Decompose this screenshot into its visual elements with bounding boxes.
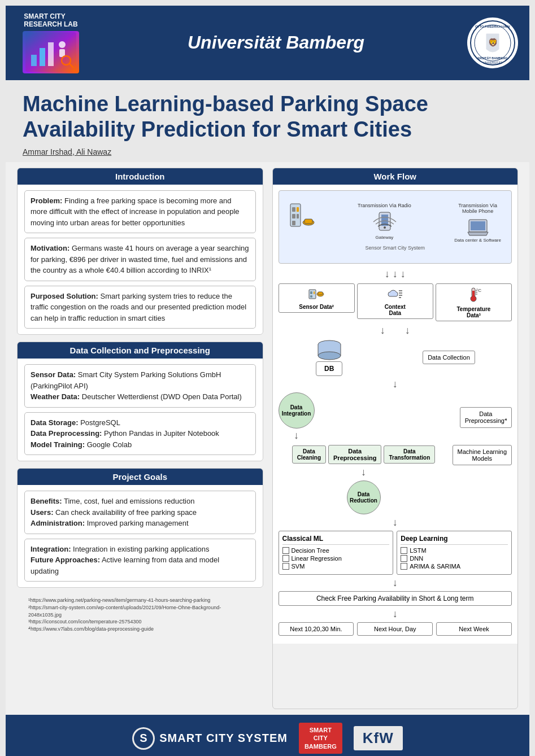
arrow-8: ↓ [279, 608, 512, 620]
arrow-3: ↓ [279, 378, 512, 390]
svg-point-24 [384, 226, 386, 229]
workflow-content: Transmission Via Radio [273, 185, 518, 644]
sensor-icon [281, 286, 352, 303]
fn2: ²https://smart-city-system.com/wp-conten… [28, 604, 252, 618]
data-cleaning-box: Data Cleaning [292, 445, 326, 464]
system-label: Sensor Smart City System [365, 245, 425, 251]
footer-scs-text: SMART CITY SYSTEM [159, 732, 288, 745]
temperature-data-box: °C Temperature Data³ [436, 283, 512, 321]
gateway-label: Gateway [376, 235, 394, 240]
svg-rect-2 [40, 48, 45, 66]
data-collection-content: Sensor Data: Smart City System Parking S… [18, 359, 263, 461]
fn4: ⁴https://www.v7labs.com/blog/data-prepro… [28, 626, 252, 633]
db-label: DB [316, 361, 342, 376]
dc-block1: Sensor Data: Smart City System Parking S… [24, 364, 256, 408]
db-area: DB [315, 339, 343, 376]
dt-label: Decision Tree [292, 547, 329, 554]
dc-block2-label3: Model Training: [31, 440, 85, 449]
left-column: Introduction Problem: Finding a free par… [17, 168, 263, 709]
data-collection-header: Data Collection and Preprocessing [18, 342, 263, 359]
mobile-label: Transmission Via Mobile Phone [458, 203, 497, 214]
svg-rect-32 [318, 292, 323, 295]
lab-logo: SMART CITY RESEARCH LAB [17, 12, 85, 73]
svg-text:UNIVERSITÄT: UNIVERSITÄT [483, 61, 502, 64]
db-row: DB Data Collection [279, 339, 512, 376]
arima-label: ARIMA & SARIMA [410, 563, 460, 570]
bamberg-line3: BAMBERG [305, 742, 337, 750]
pred-results-row: Next 10,20,30 Min. Next Hour, Day Next W… [279, 622, 512, 636]
pg-block1-text3: Improved parking management [85, 519, 189, 527]
deep-ml-item-1: LSTM [401, 547, 508, 554]
ml-models-row: Classical ML Decision Tree Linear Regres… [279, 531, 512, 575]
svg-rect-30 [310, 295, 312, 298]
mobile-device: Transmission Via Mobile Phone Data cente… [454, 203, 501, 243]
dc-block1-label1: Sensor Data: [31, 370, 76, 379]
data-collection-label: Data Collection [423, 351, 475, 364]
footer-kfw-box: KfW [354, 726, 403, 750]
deep-learning-box: Deep Learning LSTM DNN ARI [397, 531, 512, 575]
footer-bamberg-box: SMART CITY BAMBERG [299, 723, 342, 754]
lab-graphic [23, 31, 79, 73]
dnn-checkbox [401, 555, 407, 562]
intro-block1: Problem: Finding a free parking space is… [24, 190, 256, 234]
workflow-section: Work Flow [272, 168, 519, 709]
datacenter-label: Data center & Software [454, 238, 501, 243]
arrow-4: ↓ [294, 430, 299, 442]
footnotes: ¹https://www.parking.net/parking-news/it… [17, 595, 263, 636]
context-data-label: Context Data [360, 304, 430, 316]
iot-diagram: Transmission Via Radio [279, 190, 512, 264]
temperature-icon: °C [438, 286, 509, 305]
authors: Ammar Irshad, Ali Nawaz [23, 147, 512, 156]
result-short1: Next 10,20,30 Min. [279, 622, 354, 636]
footer-scs: S SMART CITY SYSTEM [132, 727, 288, 750]
university-seal: OTTO-FRIEDRICH-UNIV ERSITÄT BAMBERG 🦁 UN… [467, 18, 518, 68]
deep-ml-item-3: ARIMA & SARIMA [401, 563, 508, 570]
project-goals-content: Benefits: Time, cost, fuel and emissions… [18, 485, 263, 587]
lstm-label: LSTM [410, 547, 426, 554]
pg-block2-label1: Integration: [31, 545, 71, 553]
dnn-label: DNN [410, 555, 423, 562]
poster-title: Machine Learning-based Parking Space Ava… [23, 91, 512, 143]
pg-block2-text1: Integration in existing parking applicat… [71, 545, 210, 553]
svg-text:ERSITÄT BAMBERG: ERSITÄT BAMBERG [477, 56, 507, 60]
temperature-data-label: Temperature Data³ [438, 306, 509, 318]
university-title-area: Universität Bamberg [96, 32, 456, 53]
data-reduction-circle: Data Reduction [347, 480, 381, 514]
svg-rect-29 [314, 291, 315, 294]
deep-ml-item-2: DNN [401, 555, 508, 562]
university-title: Universität Bamberg [188, 32, 364, 53]
arrow-2: ↓ ↓ [279, 325, 512, 337]
project-goals-header: Project Goals [18, 469, 263, 485]
svg-point-46 [318, 352, 341, 360]
db-icon [315, 339, 343, 361]
result-short2: Next Hour, Day [357, 622, 433, 636]
svm-label: SVM [292, 563, 305, 570]
svg-text:🦁: 🦁 [488, 38, 498, 47]
parking-lot-device [289, 203, 315, 237]
svg-rect-16 [297, 207, 299, 212]
svg-rect-1 [31, 55, 37, 66]
arrow-7: ↓ [279, 577, 512, 589]
workflow-header: Work Flow [273, 168, 518, 185]
lab-label: SMART CITY RESEARCH LAB [24, 12, 77, 29]
intro-block1-label: Problem: [31, 196, 62, 205]
bamberg-line2: CITY [305, 734, 337, 742]
data-collection-area: Data Collection [423, 351, 475, 364]
data-collection-section: Data Collection and Preprocessing Sensor… [17, 342, 263, 461]
footer: S SMART CITY SYSTEM SMART CITY BAMBERG K… [6, 715, 529, 756]
svg-rect-28 [310, 291, 312, 294]
deep-learning-title: Deep Learning [401, 535, 508, 545]
pg-block1-label3: Administration: [31, 519, 85, 527]
classical-ml-box: Classical ML Decision Tree Linear Regres… [279, 531, 394, 575]
svg-rect-26 [471, 221, 485, 230]
data-transformation-box: Data Transformation [384, 445, 435, 464]
dc-block1-text2: Deutscher Wetterdienst (DWD Open Data Po… [80, 392, 242, 401]
header: SMART CITY RESEARCH LAB [6, 6, 529, 80]
intro-block1-text: Finding a free parking space is becoming… [31, 196, 240, 227]
pg-block1-text1: Time, cost, fuel and emissions reduction [62, 497, 195, 505]
lr-label: Linear Regression [292, 555, 342, 562]
arrow-6: ↓ [279, 517, 512, 528]
sensor-data-box: Sensor Data² [279, 283, 355, 313]
fn3: ³https://iconscout.com/icon/temperature-… [28, 618, 252, 626]
scs-s-logo: S [132, 727, 155, 750]
